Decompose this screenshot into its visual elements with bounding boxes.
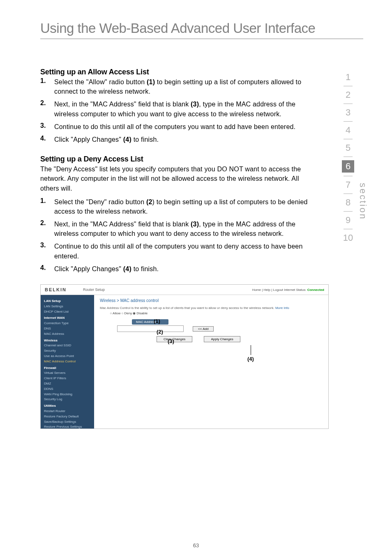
allow-heading: Setting up an Allow Access List <box>40 68 311 76</box>
step-number: 2. <box>40 219 54 227</box>
step-number: 2. <box>40 99 54 107</box>
section-nav-sep <box>344 176 353 176</box>
sidebar-item[interactable]: Security <box>44 348 94 354</box>
section-nav-7[interactable]: 7 <box>342 180 354 190</box>
ui-add-button[interactable]: << Add <box>193 326 214 332</box>
section-nav-5[interactable]: 5 <box>342 143 354 153</box>
deny-heading: Setting up a Deny Access List <box>40 155 311 164</box>
ui-clear-button[interactable]: Clear Changes <box>157 336 192 342</box>
ui-title: Router Setup <box>83 288 105 292</box>
section-nav-4[interactable]: 4 <box>342 125 354 136</box>
section-nav-6[interactable]: 6 <box>342 160 354 173</box>
ui-header: BELKIN Router Setup Home | Help | Logout… <box>41 285 328 295</box>
sidebar-item[interactable]: DHCP Client List <box>44 309 94 315</box>
step-item: 4.Click "Apply Changes" (4) to finish. <box>40 135 311 144</box>
section-nav-sep <box>344 194 353 194</box>
step-text: Click "Apply Changes" (4) to finish. <box>54 264 159 274</box>
ui-breadcrumb: Wireless > MAC address control <box>100 298 323 303</box>
step-text: Next, in the "MAC Address" field that is… <box>54 219 311 238</box>
allow-steps: 1.Select the "Allow" radio button (1) to… <box>40 77 311 144</box>
sidebar-item[interactable]: Virtual Servers <box>44 371 94 376</box>
step-text: Click "Apply Changes" (4) to finish. <box>54 135 159 144</box>
sidebar-item[interactable]: MAC Address <box>44 332 94 337</box>
sidebar-item[interactable]: Restore Factory Default <box>44 414 94 419</box>
section-nav-sep <box>344 229 353 229</box>
step-number: 1. <box>40 77 54 85</box>
section-nav-sep <box>344 104 353 104</box>
sidebar-item[interactable]: DNS <box>44 326 94 332</box>
section-label: section <box>357 183 368 220</box>
step-item: 1.Select the "Allow" radio button (1) to… <box>40 77 311 96</box>
step-text: Next, in the "MAC Address" field that is… <box>54 99 311 118</box>
section-nav-1[interactable]: 1 <box>342 72 354 83</box>
ui-status-prefix: Home | Help | Logout Internet Status: <box>252 288 307 292</box>
section-nav-sep <box>344 139 353 139</box>
step-item: 2.Next, in the "MAC Address" field that … <box>40 99 311 118</box>
title-rule <box>40 39 363 39</box>
step-text: Select the "Deny" radio button (2) to be… <box>54 197 311 216</box>
step-text: Continue to do this until all of the com… <box>54 242 311 260</box>
step-number: 4. <box>40 264 54 272</box>
step-text: Select the "Allow" radio button (1) to b… <box>54 77 311 96</box>
sidebar-item[interactable]: Internet WAN <box>44 316 94 321</box>
step-item: 3.Continue to do this until all of the c… <box>40 242 311 260</box>
annotation-4-line <box>251 345 251 355</box>
sidebar-item[interactable]: DMZ <box>44 381 94 387</box>
ui-more-info-link[interactable]: More Info <box>275 306 289 310</box>
section-nav-9[interactable]: 9 <box>342 215 354 226</box>
sidebar-item[interactable]: Utilities <box>44 403 94 409</box>
sidebar-item[interactable]: MAC Address Control <box>44 359 94 364</box>
step-item: 1.Select the "Deny" radio button (2) to … <box>40 197 311 216</box>
ui-mac-input[interactable] <box>117 325 184 332</box>
sidebar-item[interactable]: Save/Backup Settings <box>44 419 94 425</box>
section-nav-sep <box>344 86 353 86</box>
ui-main: Wireless > MAC address control Mac Addre… <box>94 295 328 429</box>
step-item: 4.Click "Apply Changes" (4) to finish. <box>40 264 311 274</box>
section-nav-2[interactable]: 2 <box>342 90 354 100</box>
sidebar-item[interactable]: Client IP Filters <box>44 376 94 381</box>
section-nav-3[interactable]: 3 <box>342 107 354 118</box>
ui-status-value: Connected <box>307 288 324 292</box>
sidebar-item[interactable]: Connection Type <box>44 321 94 326</box>
sidebar-item[interactable]: Use as Access Point <box>44 354 94 359</box>
section-nav-8[interactable]: 8 <box>342 197 354 208</box>
ui-logo: BELKIN <box>45 287 67 292</box>
sidebar-item[interactable]: Security Log <box>44 397 94 402</box>
ui-radio-row[interactable]: ○ Allow ○ Deny ◉ Disable <box>100 311 323 315</box>
sidebar-item[interactable]: DDNS <box>44 387 94 392</box>
annotation-2: (2) <box>157 329 163 335</box>
ui-status: Home | Help | Logout Internet Status: Co… <box>252 288 324 292</box>
ui-note: Mac Address Control is the ability to se… <box>100 306 323 310</box>
step-text: Continue to do this until all of the com… <box>54 122 295 131</box>
annotation-3: (3) <box>168 338 174 344</box>
page-number: 63 <box>0 542 392 548</box>
section-nav: 12345678910 section <box>342 72 368 247</box>
section-nav-sep <box>344 157 353 157</box>
deny-intro: The "Deny Access" list lets you specify … <box>40 164 311 193</box>
deny-steps: 1.Select the "Deny" radio button (2) to … <box>40 197 311 274</box>
annotation-1: (1) <box>154 318 160 324</box>
step-number: 1. <box>40 197 54 205</box>
section-nav-sep <box>344 121 353 122</box>
ui-apply-button[interactable]: Apply Changes <box>204 336 240 342</box>
page-title: Using the Web-Based Advanced User Interf… <box>40 21 363 36</box>
annotation-4: (4) <box>247 356 254 362</box>
step-number: 4. <box>40 135 54 142</box>
step-number: 3. <box>40 242 54 249</box>
sidebar-item[interactable]: Channel and SSID <box>44 343 94 348</box>
step-item: 3.Continue to do this until all of the c… <box>40 122 311 131</box>
sidebar-item[interactable]: Restore Previous Settings <box>44 424 94 429</box>
ui-sidebar: LAN SetupLAN SettingsDHCP Client ListInt… <box>41 295 94 429</box>
sidebar-item[interactable]: Restart Router <box>44 409 94 414</box>
section-nav-10[interactable]: 10 <box>342 233 354 243</box>
sidebar-item[interactable]: WAN Ping Blocking <box>44 392 94 397</box>
sidebar-item[interactable]: Wireless <box>44 338 94 343</box>
body-column: Setting up an Allow Access List 1.Select… <box>40 68 311 429</box>
router-ui-screenshot: BELKIN Router Setup Home | Help | Logout… <box>40 284 329 429</box>
sidebar-item[interactable]: LAN Settings <box>44 304 94 309</box>
sidebar-item[interactable]: Firewall <box>44 366 94 371</box>
sidebar-item[interactable]: LAN Setup <box>44 299 94 304</box>
section-nav-sep <box>344 211 353 212</box>
ui-note-text: Mac Address Control is the ability to se… <box>100 306 275 310</box>
step-number: 3. <box>40 122 54 129</box>
